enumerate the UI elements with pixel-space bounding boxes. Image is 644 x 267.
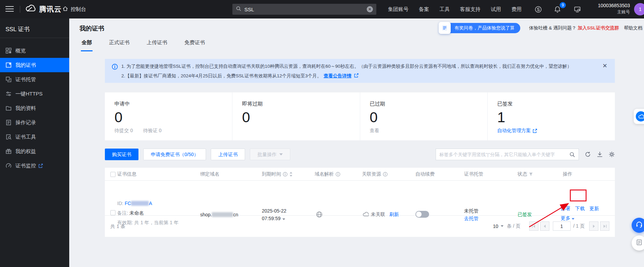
page-size-select[interactable]: 10 <box>493 224 503 229</box>
log-icon <box>5 119 12 126</box>
ticket-icon[interactable] <box>535 6 542 14</box>
join-group-link[interactable]: 加入SSL证书交流群 <box>578 25 619 31</box>
stat-sub-pending-submit: 待提交 0 <box>114 128 133 134</box>
table-header: 证书信息 绑定域名 到期时间 域名解析 关联资源 自动续费 证书托管 状态 操作 <box>105 168 615 181</box>
account-role: 主账号 <box>587 9 630 15</box>
redacted-id <box>131 201 149 206</box>
monitor-icon <box>5 163 12 169</box>
console-link[interactable]: 控制台 <box>62 6 86 13</box>
download-link[interactable]: 下载 <box>575 206 585 211</box>
sidebar-item-my-benefits[interactable]: 我的权益 <box>0 144 69 158</box>
feedback-text: 体验吐槽 & 遇到问题？ <box>529 25 576 31</box>
upload-cert-button[interactable]: 上传证书 <box>211 149 245 160</box>
col-actions: 操作 <box>563 168 572 181</box>
stat-value: 1 <box>497 110 615 125</box>
sidebar-item-overview[interactable]: 概览 <box>0 43 69 58</box>
batch-operation-button[interactable]: 批量操作 <box>250 149 290 160</box>
external-link-icon <box>354 73 359 78</box>
keyword-search-input[interactable] <box>439 152 569 157</box>
account-info[interactable]: 100036853503 主账号 <box>587 3 630 15</box>
topbar-divider <box>20 6 20 13</box>
help-doc-link[interactable]: 帮助文档 <box>624 25 642 31</box>
tab-paid-certs[interactable]: 正式证书 <box>108 37 130 51</box>
row-actions: 部署 下载 更新 <box>561 206 599 212</box>
profile-icon <box>5 105 12 111</box>
external-link-icon <box>533 129 537 133</box>
https-icon <box>5 91 12 97</box>
next-page-button[interactable] <box>589 221 598 231</box>
banner-line2: 2.【最新】接证书厂商通知，2024年4月25日以后，免费SSL证书有效期将从1… <box>121 73 359 79</box>
table-toolbar: 购买证书 申请免费证书（0/50） 上传证书 批量操作 <box>105 149 615 160</box>
global-search-input[interactable] <box>244 7 367 12</box>
headset-icon <box>635 221 643 230</box>
download-icon[interactable] <box>597 151 603 157</box>
total-pages-label: / 1 页 <box>573 223 585 229</box>
avatar[interactable]: 1 <box>634 3 644 15</box>
col-cert-hosting: 证书托管 <box>464 168 483 181</box>
search-icon[interactable] <box>569 152 575 157</box>
survey-button[interactable]: 有奖问卷，产品体验您说了算 <box>439 23 520 33</box>
sidebar-item-my-profile[interactable]: 我的资料 <box>0 101 69 115</box>
notification-badge[interactable]: 9 <box>560 2 566 8</box>
hosting-status: 未托管 <box>464 208 478 214</box>
sidebar-item-cert-tools[interactable]: 证书工具 <box>0 130 69 144</box>
tab-all[interactable]: 全部 <box>81 37 93 51</box>
banner-line1: 1. 为了您能更便捷地管理SSL证书，控制台已支持自动查询证书关联的10种腾讯云… <box>121 63 572 69</box>
clear-icon[interactable]: ✕ <box>367 6 373 12</box>
console-manage-icon[interactable] <box>574 6 581 14</box>
first-page-button[interactable] <box>529 221 538 231</box>
sidebar-item-cert-monitor[interactable]: 证书监控 <box>0 158 69 173</box>
nav-tools[interactable]: 工具 <box>439 6 450 13</box>
page-number-input[interactable] <box>553 221 571 231</box>
close-icon[interactable]: ✕ <box>603 62 607 69</box>
sidebar-item-operation-log[interactable]: 操作记录 <box>0 115 69 130</box>
announcement-link[interactable]: 查看公告详情 <box>324 73 351 78</box>
refresh-icon[interactable] <box>585 151 591 157</box>
cert-tool-icon <box>5 134 12 140</box>
gear-icon[interactable] <box>609 151 615 157</box>
chevron-down-icon <box>501 225 503 227</box>
table-row: ID: FCA 备注: 未命名 有效期: 共 1 年，当前第 1 年 shop.… <box>105 181 615 216</box>
tab-free-certs[interactable]: 免费证书 <box>184 37 206 51</box>
select-all-checkbox[interactable] <box>110 172 116 177</box>
prev-page-button[interactable] <box>540 221 549 231</box>
tab-uploaded-certs[interactable]: 上传证书 <box>146 37 168 51</box>
apply-free-cert-button[interactable]: 申请免费证书（0/50） <box>143 149 206 160</box>
sidebar-item-my-certificates[interactable]: 我的证书 <box>0 58 69 72</box>
page-title: 我的证书 <box>80 24 104 33</box>
sidebar-title: SSL 证书 <box>0 18 69 38</box>
nav-group-account[interactable]: 集团账号 <box>388 6 409 13</box>
nav-billing[interactable]: 费用 <box>511 6 522 13</box>
contract-button[interactable] <box>632 236 644 251</box>
automation-link[interactable]: 自动化管理方案 <box>497 128 537 134</box>
buy-cert-button[interactable]: 购买证书 <box>105 149 138 160</box>
col-cert-info: 证书信息 <box>117 168 136 181</box>
nav-icp[interactable]: 备案 <box>419 6 429 13</box>
deploy-link[interactable]: 部署 <box>561 206 570 211</box>
sidebar-item-one-click-https[interactable]: 一键HTTPS <box>0 87 69 101</box>
last-page-button[interactable] <box>600 221 609 231</box>
info-icon[interactable] <box>336 172 340 177</box>
hosting-icon <box>5 76 12 82</box>
sidebar-item-cert-hosting[interactable]: 证书托管 <box>0 72 69 87</box>
update-link[interactable]: 更新 <box>590 206 599 211</box>
sort-icon[interactable] <box>289 172 293 177</box>
info-icon[interactable] <box>383 172 388 177</box>
stats-cards: 申请中 0 待提交 0待验证 0 即将过期 0 已过期 0 查看 已签发 1 自… <box>105 92 615 140</box>
feedback-float-tab[interactable] <box>634 109 644 124</box>
row-checkbox[interactable] <box>110 210 116 215</box>
filter-icon[interactable] <box>529 172 533 176</box>
stat-applying: 申请中 0 待提交 0待验证 0 <box>105 92 232 140</box>
stat-value: 0 <box>114 110 232 125</box>
global-search: ✕ <box>232 4 376 15</box>
customer-service-button[interactable] <box>632 218 644 233</box>
pagination: 共 1 条 10 条 / 页 / 1 页 <box>105 216 615 237</box>
bell-icon[interactable] <box>554 6 561 14</box>
tab-bar: 全部 正式证书 上传证书 免费证书 <box>81 37 206 51</box>
nav-support[interactable]: 客服支持 <box>460 6 481 13</box>
tencent-cloud-logo[interactable]: 腾讯云 <box>25 4 62 14</box>
view-link[interactable]: 查看 <box>370 128 379 134</box>
info-icon[interactable] <box>283 172 288 177</box>
hamburger-icon[interactable] <box>5 6 14 12</box>
nav-trial[interactable]: 试用 <box>491 6 501 13</box>
